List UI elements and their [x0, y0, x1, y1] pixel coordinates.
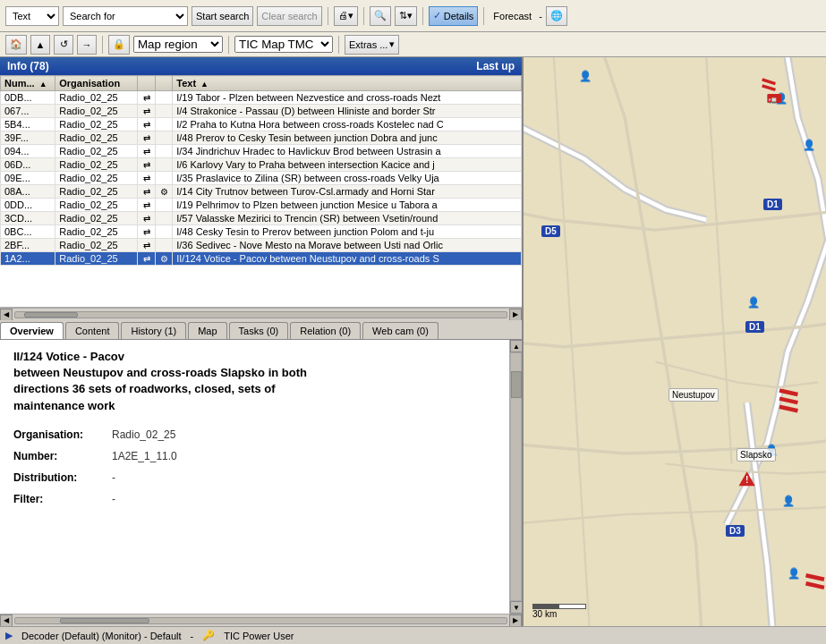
tab-tasks[interactable]: Tasks (0) — [229, 322, 289, 339]
table-row[interactable]: 39F... Radio_02_25 ⇄ I/48 Prerov to Cesk… — [1, 131, 522, 145]
cell-org: Radio_02_25 — [55, 185, 138, 199]
table-row[interactable]: 0BC... Radio_02_25 ⇄ I/48 Cesky Tesin to… — [1, 225, 522, 239]
v-scroll-thumb[interactable] — [511, 371, 522, 398]
detail-field-value: 1A2E_1_11.0 — [112, 450, 177, 462]
table-row[interactable]: 1A2... Radio_02_25 ⇄ ⚙ II/124 Votice - P… — [1, 252, 522, 266]
map-label-neustupov: Neustupov — [668, 388, 719, 402]
cell-icon2 — [155, 158, 172, 172]
detail-fields: Organisation: Radio_02_25 Number: 1A2E_1… — [13, 428, 496, 505]
table-row[interactable]: 094... Radio_02_25 ⇄ I/34 Jindrichuv Hra… — [1, 145, 522, 158]
b-scroll-track[interactable] — [14, 617, 507, 624]
status-sep: - — [191, 631, 194, 641]
cell-icon1: ⇄ — [138, 131, 155, 145]
cell-icon1: ⇄ — [138, 239, 155, 252]
data-table-container[interactable]: Num... ▲ Organisation Text ▲ 0DB... Radi… — [0, 75, 522, 308]
cell-icon2 — [155, 91, 172, 105]
table-row[interactable]: 0DB... Radio_02_25 ⇄ I/19 Tabor - Plzen … — [1, 91, 522, 105]
b-scroll-left-btn[interactable]: ◀ — [0, 614, 13, 627]
svg-text:👤: 👤 — [788, 567, 801, 580]
detail-field-value: - — [112, 493, 115, 505]
svg-text:🚛: 🚛 — [768, 95, 777, 104]
h-scroll-track[interactable] — [14, 311, 507, 318]
cell-num: 0DB... — [1, 91, 55, 105]
map-panel[interactable]: ! 👤 👤 👤 👤 👤 👤 👤 🚛 D1 D1 D5 D3 Neustupov … — [524, 57, 826, 626]
bottom-scrollbar[interactable]: ◀ ▶ — [0, 614, 522, 626]
cell-org: Radio_02_25 — [55, 212, 138, 225]
map-svg: ! 👤 👤 👤 👤 👤 👤 👤 🚛 — [524, 57, 826, 626]
table-row[interactable]: 3CD... Radio_02_25 ⇄ I/57 Valasske Mezir… — [1, 212, 522, 225]
table-row[interactable]: 2BF... Radio_02_25 ⇄ I/36 Sedivec - Nove… — [1, 239, 522, 252]
v-scroll-up-btn[interactable]: ▲ — [510, 340, 522, 352]
lock-button[interactable]: 🔒 — [108, 35, 130, 55]
detail-v-scrollbar[interactable]: ▲ ▼ — [509, 340, 522, 614]
sort-button[interactable]: ⇅▾ — [395, 6, 417, 26]
cell-org: Radio_02_25 — [55, 131, 138, 145]
cell-num: 3CD... — [1, 212, 55, 225]
cell-icon2 — [155, 105, 172, 118]
home-button[interactable]: 🏠 — [5, 35, 27, 55]
h-scroll-right-btn[interactable]: ▶ — [509, 309, 522, 321]
zoom-button[interactable]: 🔍 — [370, 6, 391, 26]
forecast-globe-button[interactable]: 🌐 — [546, 6, 567, 26]
cell-num: 39F... — [1, 131, 55, 145]
table-row[interactable]: 06D... Radio_02_25 ⇄ I/6 Karlovy Vary to… — [1, 158, 522, 172]
cell-org: Radio_02_25 — [55, 105, 138, 118]
h-scroll-thumb[interactable] — [24, 312, 78, 318]
clear-search-button[interactable]: Clear search — [257, 6, 321, 26]
v-scroll-down-btn[interactable]: ▼ — [510, 601, 522, 614]
col-text[interactable]: Text ▲ — [173, 76, 522, 91]
b-scroll-thumb[interactable] — [60, 618, 149, 623]
nav-up-button[interactable]: ▲ — [30, 35, 50, 55]
h-scroll-left-btn[interactable]: ◀ — [0, 309, 13, 321]
details-button[interactable]: ✓ Details — [429, 6, 479, 26]
toolbar-row2: 🏠 ▲ ↺ → 🔒 Map region TIC Map TMC Extras … — [0, 32, 826, 57]
col-num[interactable]: Num... ▲ — [1, 76, 55, 91]
extras-button[interactable]: Extras ...▾ — [345, 35, 399, 55]
sep7 — [338, 36, 339, 54]
cell-text: I/36 Sedivec - Nove Mesto na Morave betw… — [173, 239, 522, 252]
tic-map-select[interactable]: TIC Map TMC — [234, 36, 333, 53]
tab-relation[interactable]: Relation (0) — [290, 322, 361, 339]
b-scroll-right-btn[interactable]: ▶ — [509, 614, 522, 627]
detail-field-value: Radio_02_25 — [112, 428, 175, 441]
table-row[interactable]: 5B4... Radio_02_25 ⇄ I/2 Praha to Kutna … — [1, 118, 522, 131]
tab-history[interactable]: History (1) — [121, 322, 186, 339]
cell-icon2 — [155, 145, 172, 158]
cell-org: Radio_02_25 — [55, 118, 138, 131]
tab-overview[interactable]: Overview — [0, 322, 64, 339]
search-type-select[interactable]: Text Number Date — [5, 6, 59, 26]
cell-text: I/4 Strakonice - Passau (D) between Hlin… — [173, 105, 522, 118]
table-row[interactable]: 09E... Radio_02_25 ⇄ I/35 Praslavice to … — [1, 172, 522, 185]
cell-icon1: ⇄ — [138, 118, 155, 131]
cell-num: 1A2... — [1, 252, 55, 266]
tab-webcam[interactable]: Web cam (0) — [362, 322, 439, 339]
table-row[interactable]: 067... Radio_02_25 ⇄ I/4 Strakonice - Pa… — [1, 105, 522, 118]
col-org[interactable]: Organisation — [55, 76, 138, 91]
svg-text:👤: 👤 — [782, 495, 796, 507]
cell-org: Radio_02_25 — [55, 145, 138, 158]
cell-icon1: ⇄ — [138, 172, 155, 185]
cell-icon2 — [155, 225, 172, 239]
cell-text: I/2 Praha to Kutna Hora between cross-ro… — [173, 118, 522, 131]
map-region-select[interactable]: Map region — [133, 36, 223, 53]
table-row[interactable]: 0DD... Radio_02_25 ⇄ I/19 Pelhrimov to P… — [1, 199, 522, 212]
detail-field-row: Filter: - — [13, 493, 496, 505]
info-last-update: Last up — [476, 60, 515, 72]
route-marker-d5: D5 — [541, 225, 560, 237]
print-button[interactable]: 🖨▾ — [334, 6, 358, 26]
status-key-icon: 🔑 — [202, 630, 215, 641]
map-scale: 30 km — [532, 604, 586, 619]
cell-num: 2BF... — [1, 239, 55, 252]
cell-icon1: ⇄ — [138, 145, 155, 158]
table-row[interactable]: 08A... Radio_02_25 ⇄ ⚙ I/14 City Trutnov… — [1, 185, 522, 199]
search-for-select[interactable]: Search for — [63, 6, 188, 26]
tab-map[interactable]: Map — [188, 322, 226, 339]
start-search-button[interactable]: Start search — [192, 6, 253, 26]
h-scrollbar[interactable]: ◀ ▶ — [0, 308, 522, 320]
refresh-button[interactable]: ↺ — [54, 35, 73, 55]
v-scroll-track[interactable] — [510, 352, 522, 601]
forward-button[interactable]: → — [77, 35, 97, 55]
detail-field-label: Filter: — [13, 493, 112, 505]
tab-content[interactable]: Content — [65, 322, 120, 339]
svg-text:👤: 👤 — [803, 139, 816, 151]
